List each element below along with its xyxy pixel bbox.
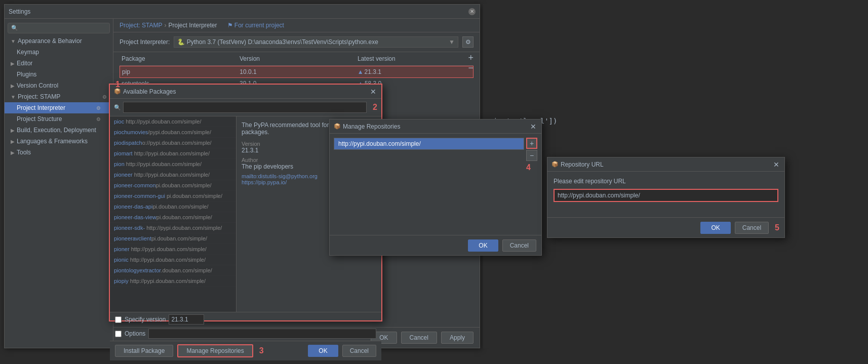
sidebar-item-tools[interactable]: ▶ Tools (5, 147, 113, 158)
sidebar-item-project-structure[interactable]: Project Structure ⚙ (5, 113, 113, 125)
sidebar-item-label: Appearance & Behavior (18, 37, 82, 45)
dialog-cancel-button[interactable]: Cancel (342, 345, 376, 357)
expand-icon: ▼ (11, 38, 16, 44)
available-packages-title: 📦 Available Packages (114, 88, 176, 95)
settings-sidebar: 🔍 ▼ Appearance & Behavior Keymap ▶ Edito… (5, 19, 113, 348)
packages-search-input[interactable] (123, 102, 367, 113)
sidebar-item-build[interactable]: ▶ Build, Execution, Deployment (5, 125, 113, 136)
step1-badge: 1 (115, 80, 120, 89)
repos-content: http://pypi.douban.com/simple/ + − 4 (334, 138, 537, 172)
breadcrumb-current: Project Interpreter (168, 22, 217, 29)
settings-titlebar: Settings ✕ (5, 5, 480, 19)
sidebar-item-label: Plugins (17, 71, 36, 78)
repo-item[interactable]: http://pypi.douban.com/simple/ (334, 138, 524, 149)
sidebar-item-editor[interactable]: ▶ Editor (5, 58, 113, 69)
manage-repositories-button[interactable]: Manage Repositories (177, 344, 253, 357)
list-item[interactable]: piodispatcho://pypi.douban.com/simple/ (110, 138, 236, 148)
version-input[interactable] (169, 314, 204, 325)
repo-url-title: 📦 Repository URL (551, 161, 604, 168)
list-item[interactable]: pioneer http://pypi.douban.com/simple/ (110, 170, 236, 180)
sidebar-search[interactable]: 🔍 (8, 23, 110, 33)
available-packages-close[interactable]: ✕ (369, 88, 377, 96)
repos-body: http://pypi.douban.com/simple/ + − 4 (330, 134, 541, 234)
url-icon: 📦 (551, 161, 559, 168)
sidebar-item-appearance[interactable]: ▼ Appearance & Behavior (5, 35, 113, 47)
apply-button[interactable]: Apply (441, 332, 474, 344)
options-input[interactable] (148, 329, 376, 339)
expand-icon: ▶ (11, 83, 15, 89)
list-item[interactable]: pioner http://pypi.douban.com/simple/ (110, 244, 236, 255)
breadcrumb-separator: › (164, 22, 166, 29)
manage-repos-titlebar: 📦 Manage Repositories ✕ (330, 119, 541, 134)
remove-repo-button[interactable]: − (526, 150, 537, 161)
repos-action-buttons: + − 4 (526, 138, 537, 172)
col-version: Version (238, 54, 356, 63)
list-item[interactable]: pioneeravclientpi.douban.com/simple/ (110, 233, 236, 244)
list-item[interactable]: piochumovies/pypi.douban.com/simple/ (110, 127, 236, 138)
options-checkbox[interactable] (115, 331, 122, 337)
sidebar-item-project[interactable]: ▼ Project: STAMP ⚙ (5, 91, 113, 102)
sidebar-item-plugins[interactable]: Plugins (5, 69, 113, 80)
manage-repos-title-text: Manage Repositories (343, 123, 400, 130)
options-label: Options (125, 330, 145, 337)
sidebar-item-label: Languages & Frameworks (17, 138, 88, 145)
install-package-button[interactable]: Install Package (115, 345, 173, 357)
sidebar-item-project-interpreter[interactable]: Project Interpreter ⚙ (5, 102, 113, 113)
manage-repos-close[interactable]: ✕ (529, 123, 537, 131)
for-project-link[interactable]: ⚑ For current project (227, 22, 284, 29)
repos-ok-button[interactable]: OK (468, 239, 498, 252)
list-item[interactable]: pioneer-das-apipi.douban.com/simple/ (110, 201, 236, 212)
interpreter-gear-button[interactable]: ⚙ (462, 36, 474, 48)
repo-url-titlebar: 📦 Repository URL ✕ (547, 157, 784, 172)
sidebar-item-label: Version Control (17, 82, 58, 89)
dialog-search-row: 🔍 2 (110, 99, 381, 116)
dialog-ok-button[interactable]: OK (308, 345, 338, 357)
step5-badge: 5 (775, 223, 779, 232)
breadcrumb: Project: STAMP › Project Interpreter ⚑ F… (113, 19, 480, 32)
sidebar-item-version-control[interactable]: ▶ Version Control (5, 80, 113, 91)
repo-url-close[interactable]: ✕ (772, 160, 780, 169)
search-icon: 🔍 (114, 104, 121, 111)
add-package-button[interactable]: + (468, 53, 474, 62)
list-item[interactable]: pioneer-commonpi.douban.com/simple/ (110, 180, 236, 191)
repo-url-prompt: Please edit repository URL (554, 178, 778, 185)
add-repo-button[interactable]: + (526, 138, 537, 149)
col-latest: Latest version (356, 54, 474, 63)
project-icon: ⚙ (102, 94, 107, 100)
code-line: ime', 'level']) (493, 115, 858, 127)
interpreter-icon: ⚙ (96, 105, 101, 111)
list-item[interactable]: pioc http://pypi.douban.com/simple/ (110, 116, 236, 127)
repo-url-cancel-button[interactable]: Cancel (735, 222, 769, 234)
expand-icon: ▶ (11, 61, 15, 66)
manage-repos-title: 📦 Manage Repositories (334, 123, 400, 130)
specify-version-checkbox[interactable] (115, 316, 122, 323)
interpreter-select[interactable]: 🐍 Python 3.7 (TestVenv) D:\anaconda3\env… (174, 36, 458, 48)
list-item[interactable]: pioneer-common-gui pi.douban.com/simple/ (110, 191, 236, 201)
manage-repos-dialog: 📦 Manage Repositories ✕ http://pypi.doub… (329, 119, 542, 256)
remove-package-button[interactable]: − (468, 63, 474, 72)
settings-title: Settings (9, 8, 30, 15)
sidebar-item-keymap[interactable]: Keymap (5, 47, 113, 58)
breadcrumb-project[interactable]: Project: STAMP (120, 22, 162, 29)
sidebar-item-languages[interactable]: ▶ Languages & Frameworks (5, 136, 113, 147)
list-item[interactable]: pionic http://pypi.douban.com/simple/ (110, 255, 236, 265)
list-item[interactable]: pioneer-sdk- http://pypi.douban.com/simp… (110, 223, 236, 233)
repos-cancel-button[interactable]: Cancel (502, 239, 536, 252)
expand-icon: ▶ (11, 128, 15, 133)
sidebar-item-label: Tools (17, 149, 31, 156)
list-item[interactable]: piontologyextractor.douban.com/simple/ (110, 265, 236, 276)
cancel-button[interactable]: Cancel (401, 332, 437, 344)
list-item[interactable]: piomart http://pypi.douban.com/simple/ (110, 148, 236, 159)
repo-url-input[interactable] (554, 189, 778, 202)
expand-icon: ▶ (11, 139, 15, 144)
structure-icon: ⚙ (96, 116, 101, 122)
list-item[interactable]: pioneer-das-viewpi.douban.com/simple/ (110, 212, 236, 223)
repo-url-body: Please edit repository URL (547, 172, 784, 208)
table-row[interactable]: pip 10.0.1 ▲21.3.1 (120, 66, 474, 78)
list-item[interactable]: pion http://pypi.douban.com/simple/ (110, 159, 236, 170)
repo-url-ok-button[interactable]: OK (700, 222, 730, 234)
repo-url-title-text: Repository URL (561, 161, 604, 168)
repo-url-footer: OK Cancel 5 (547, 217, 784, 237)
settings-close-button[interactable]: ✕ (468, 8, 476, 15)
list-item[interactable]: piopiy http://pypi.douban.com/simple/ (110, 276, 236, 287)
